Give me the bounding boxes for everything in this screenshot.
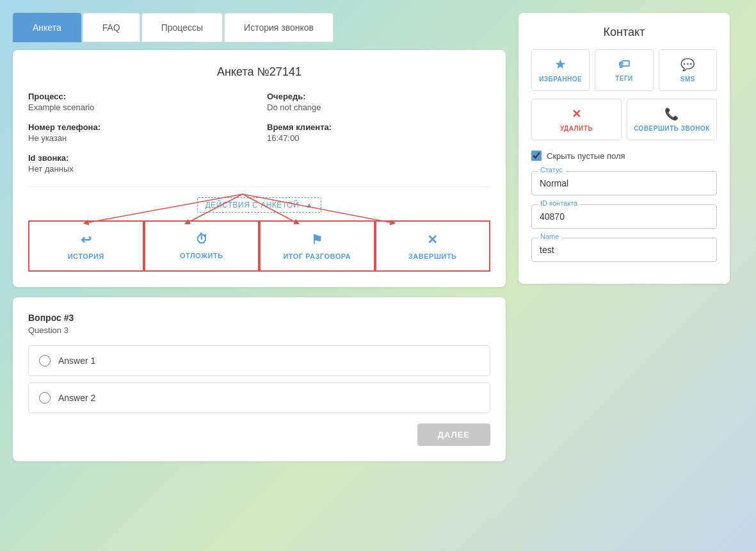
right-panel: Контакт ★ ИЗБРАННОЕ 🏷 ТЕГИ 💬 SMS ✕ УДАЛИ… xyxy=(519,13,730,284)
phone-value: Не указан xyxy=(28,133,252,143)
contact-id-field: ID контакта xyxy=(531,204,717,229)
sms-label: SMS xyxy=(680,76,695,83)
action-finish[interactable]: ✕ ЗАВЕРШИТЬ xyxy=(375,220,491,272)
contact-delete-btn[interactable]: ✕ УДАЛИТЬ xyxy=(531,99,622,140)
contact-actions-row1: ★ ИЗБРАННОЕ 🏷 ТЕГИ 💬 SMS xyxy=(531,49,717,91)
finish-icon: ✕ xyxy=(427,232,438,247)
history-icon: ↩ xyxy=(81,232,92,247)
postpone-icon: ⏱ xyxy=(195,232,209,247)
client-time-value: 16:47:00 xyxy=(267,133,490,143)
hide-empty-checkbox[interactable] xyxy=(531,151,542,161)
tab-faq[interactable]: FAQ xyxy=(83,13,140,42)
phone-label: Номер телефона: xyxy=(28,122,252,132)
contact-sms-btn[interactable]: 💬 SMS xyxy=(659,49,717,91)
question-text: Question 3 xyxy=(28,325,490,335)
divider xyxy=(28,186,490,187)
form-info-grid: Процесс: Example scenario Очередь: Do no… xyxy=(28,92,490,174)
contact-favorites-btn[interactable]: ★ ИЗБРАННОЕ xyxy=(531,49,590,91)
queue-value: Do not change xyxy=(267,103,490,112)
hide-empty-label: Скрыть пустые поля xyxy=(547,151,625,161)
contact-call-btn[interactable]: 📞 СОВЕРШИТЬ ЗВОНОК xyxy=(627,99,717,140)
actions-header: ДЕЙСТВИЯ С АНКЕТОЙ ▲ xyxy=(28,197,490,213)
tags-label: ТЕГИ xyxy=(615,75,633,82)
name-field: Name xyxy=(531,238,717,262)
process-value: Example scenario xyxy=(28,103,252,112)
action-finish-label: ЗАВЕРШИТЬ xyxy=(408,252,457,260)
status-field: Статус xyxy=(531,171,717,195)
phone-field: Номер телефона: Не указан xyxy=(28,122,252,143)
delete-icon: ✕ xyxy=(572,107,582,121)
question-number: Вопрос #3 xyxy=(28,313,490,323)
actions-label[interactable]: ДЕЙСТВИЯ С АНКЕТОЙ ▲ xyxy=(197,197,322,213)
contact-card: Контакт ★ ИЗБРАННОЕ 🏷 ТЕГИ 💬 SMS ✕ УДАЛИ… xyxy=(519,13,730,284)
tag-icon: 🏷 xyxy=(618,58,631,71)
answer-option-2[interactable]: Answer 2 xyxy=(28,382,490,413)
action-postpone-label: ОТЛОЖИТЬ xyxy=(180,252,223,259)
contact-tags-btn[interactable]: 🏷 ТЕГИ xyxy=(595,49,653,91)
star-icon: ★ xyxy=(555,58,566,72)
queue-label: Очередь: xyxy=(267,92,490,101)
answer-radio-2[interactable] xyxy=(39,392,51,404)
contact-id-label: ID контакта xyxy=(538,199,580,207)
main-content: Анкета FAQ Процессы История звонков Анке… xyxy=(13,13,506,472)
actions-section: ДЕЙСТВИЯ С АНКЕТОЙ ▲ xyxy=(28,197,490,272)
call-id-field: Id звонка: Нет данных xyxy=(28,153,252,174)
tabs: Анкета FAQ Процессы История звонков xyxy=(13,13,506,42)
phone-icon: 📞 xyxy=(664,107,679,121)
client-time-field: Время клиента: 16:47:00 xyxy=(267,122,490,143)
tab-anketa[interactable]: Анкета xyxy=(13,13,81,42)
call-id-label: Id звонка: xyxy=(28,153,252,163)
action-history-label: ИСТОРИЯ xyxy=(68,252,104,260)
client-time-label: Время клиента: xyxy=(267,122,490,132)
action-result-label: ИТОГ РАЗГОВОРА xyxy=(283,252,351,260)
answer-label-2: Answer 2 xyxy=(58,393,95,403)
contact-id-input[interactable] xyxy=(531,204,717,229)
call-id-value: Нет данных xyxy=(28,164,252,174)
status-input[interactable] xyxy=(531,171,717,195)
action-postpone[interactable]: ⏱ ОТЛОЖИТЬ xyxy=(144,220,260,272)
main-form-card: Анкета №27141 Процесс: Example scenario … xyxy=(13,50,506,287)
question-card: Вопрос #3 Question 3 Answer 1 Answer 2 Д… xyxy=(13,297,506,461)
favorites-label: ИЗБРАННОЕ xyxy=(539,76,582,83)
answer-radio-1[interactable] xyxy=(39,355,51,366)
contact-title: Контакт xyxy=(531,26,717,39)
call-label: СОВЕРШИТЬ ЗВОНОК xyxy=(634,125,710,132)
next-button[interactable]: ДАЛЕЕ xyxy=(417,424,490,446)
hide-empty-row: Скрыть пустые поля xyxy=(531,151,717,161)
name-input[interactable] xyxy=(531,238,717,262)
action-result[interactable]: ⚑ ИТОГ РАЗГОВОРА xyxy=(259,220,375,272)
status-label: Статус xyxy=(538,166,565,174)
delete-label: УДАЛИТЬ xyxy=(560,125,593,132)
name-label: Name xyxy=(538,233,561,240)
queue-field: Очередь: Do not change xyxy=(267,92,490,112)
sms-icon: 💬 xyxy=(680,58,695,72)
action-buttons: ↩ ИСТОРИЯ ⏱ ОТЛОЖИТЬ ⚑ ИТОГ РАЗГОВОРА ✕ … xyxy=(28,220,490,272)
tab-processy[interactable]: Процессы xyxy=(141,13,223,42)
answer-label-1: Answer 1 xyxy=(58,356,95,366)
chevron-up-icon: ▲ xyxy=(305,201,313,210)
form-title: Анкета №27141 xyxy=(28,65,490,79)
result-icon: ⚑ xyxy=(311,232,323,247)
process-label: Процесс: xyxy=(28,92,252,101)
contact-actions-row2: ✕ УДАЛИТЬ 📞 СОВЕРШИТЬ ЗВОНОК xyxy=(531,99,717,140)
answer-option-1[interactable]: Answer 1 xyxy=(28,345,490,376)
action-history[interactable]: ↩ ИСТОРИЯ xyxy=(28,220,144,272)
tab-history[interactable]: История звонков xyxy=(224,13,334,42)
process-field: Процесс: Example scenario xyxy=(28,92,252,112)
